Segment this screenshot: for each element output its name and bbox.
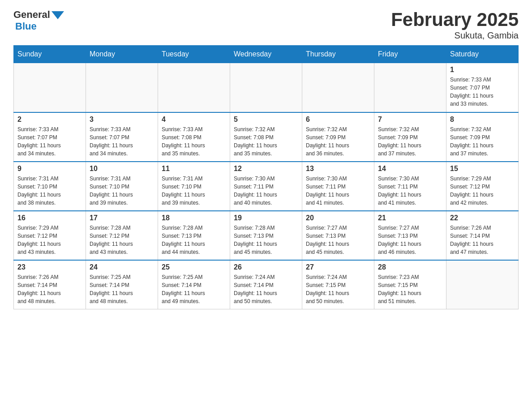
day-number: 20 xyxy=(306,214,370,222)
weekday-header-friday: Friday xyxy=(374,46,446,63)
day-number: 2 xyxy=(17,116,82,124)
title-block: February 2025 Sukuta, Gambia xyxy=(391,9,519,41)
day-number: 24 xyxy=(90,263,154,271)
day-number: 17 xyxy=(90,214,154,222)
day-info: Sunrise: 7:28 AM Sunset: 7:13 PM Dayligh… xyxy=(234,224,298,256)
calendar-cell: 22Sunrise: 7:26 AM Sunset: 7:14 PM Dayli… xyxy=(446,211,519,260)
weekday-header-wednesday: Wednesday xyxy=(230,46,302,63)
calendar-cell: 10Sunrise: 7:31 AM Sunset: 7:10 PM Dayli… xyxy=(86,162,158,211)
calendar-table: SundayMondayTuesdayWednesdayThursdayFrid… xyxy=(13,45,519,309)
day-number: 9 xyxy=(17,165,82,173)
logo-triangle-icon xyxy=(51,11,64,19)
calendar-cell: 19Sunrise: 7:28 AM Sunset: 7:13 PM Dayli… xyxy=(230,211,302,260)
calendar-cell: 18Sunrise: 7:28 AM Sunset: 7:13 PM Dayli… xyxy=(158,211,230,260)
day-number: 21 xyxy=(378,214,442,222)
calendar-cell: 28Sunrise: 7:23 AM Sunset: 7:15 PM Dayli… xyxy=(374,260,446,309)
day-info: Sunrise: 7:31 AM Sunset: 7:10 PM Dayligh… xyxy=(162,175,226,207)
day-info: Sunrise: 7:31 AM Sunset: 7:10 PM Dayligh… xyxy=(17,175,82,207)
location-text: Sukuta, Gambia xyxy=(391,30,519,41)
calendar-cell: 16Sunrise: 7:29 AM Sunset: 7:12 PM Dayli… xyxy=(14,211,86,260)
day-number: 5 xyxy=(234,116,298,124)
day-info: Sunrise: 7:27 AM Sunset: 7:13 PM Dayligh… xyxy=(306,224,370,256)
weekday-header-monday: Monday xyxy=(86,46,158,63)
day-info: Sunrise: 7:32 AM Sunset: 7:08 PM Dayligh… xyxy=(234,125,298,158)
calendar-cell: 17Sunrise: 7:28 AM Sunset: 7:12 PM Dayli… xyxy=(86,211,158,260)
calendar-cell: 1Sunrise: 7:33 AM Sunset: 7:07 PM Daylig… xyxy=(446,63,519,112)
weekday-header-tuesday: Tuesday xyxy=(158,46,230,63)
calendar-cell: 26Sunrise: 7:24 AM Sunset: 7:14 PM Dayli… xyxy=(230,260,302,309)
calendar-cell xyxy=(230,63,302,112)
day-number: 18 xyxy=(162,214,226,222)
day-number: 22 xyxy=(450,214,515,222)
calendar-cell: 2Sunrise: 7:33 AM Sunset: 7:07 PM Daylig… xyxy=(14,112,86,162)
calendar-cell: 14Sunrise: 7:30 AM Sunset: 7:11 PM Dayli… xyxy=(374,162,446,211)
day-info: Sunrise: 7:30 AM Sunset: 7:11 PM Dayligh… xyxy=(234,175,298,207)
month-title: February 2025 xyxy=(391,9,519,30)
day-number: 8 xyxy=(450,116,515,124)
day-info: Sunrise: 7:32 AM Sunset: 7:09 PM Dayligh… xyxy=(378,125,442,158)
day-number: 13 xyxy=(306,165,370,173)
day-info: Sunrise: 7:33 AM Sunset: 7:07 PM Dayligh… xyxy=(450,76,515,108)
calendar-cell: 7Sunrise: 7:32 AM Sunset: 7:09 PM Daylig… xyxy=(374,112,446,162)
day-info: Sunrise: 7:24 AM Sunset: 7:14 PM Dayligh… xyxy=(234,273,298,305)
calendar-cell xyxy=(302,63,374,112)
day-number: 23 xyxy=(17,263,82,271)
calendar-week-row: 23Sunrise: 7:26 AM Sunset: 7:14 PM Dayli… xyxy=(14,260,519,309)
day-info: Sunrise: 7:27 AM Sunset: 7:13 PM Dayligh… xyxy=(378,224,442,256)
calendar-cell: 5Sunrise: 7:32 AM Sunset: 7:08 PM Daylig… xyxy=(230,112,302,162)
calendar-cell: 8Sunrise: 7:32 AM Sunset: 7:09 PM Daylig… xyxy=(446,112,519,162)
day-info: Sunrise: 7:30 AM Sunset: 7:11 PM Dayligh… xyxy=(378,175,442,207)
weekday-header-thursday: Thursday xyxy=(302,46,374,63)
day-number: 12 xyxy=(234,165,298,173)
calendar-cell: 24Sunrise: 7:25 AM Sunset: 7:14 PM Dayli… xyxy=(86,260,158,309)
calendar-cell xyxy=(14,63,86,112)
calendar-cell: 21Sunrise: 7:27 AM Sunset: 7:13 PM Dayli… xyxy=(374,211,446,260)
day-number: 4 xyxy=(162,116,226,124)
day-info: Sunrise: 7:26 AM Sunset: 7:14 PM Dayligh… xyxy=(17,273,82,305)
calendar-cell: 4Sunrise: 7:33 AM Sunset: 7:08 PM Daylig… xyxy=(158,112,230,162)
calendar-week-row: 9Sunrise: 7:31 AM Sunset: 7:10 PM Daylig… xyxy=(14,162,519,211)
day-info: Sunrise: 7:31 AM Sunset: 7:10 PM Dayligh… xyxy=(90,175,154,207)
day-number: 26 xyxy=(234,263,298,271)
day-info: Sunrise: 7:33 AM Sunset: 7:07 PM Dayligh… xyxy=(90,125,154,158)
logo: General Blue xyxy=(13,9,64,32)
calendar-cell xyxy=(158,63,230,112)
day-info: Sunrise: 7:25 AM Sunset: 7:14 PM Dayligh… xyxy=(162,273,226,305)
day-number: 1 xyxy=(450,66,515,74)
day-number: 10 xyxy=(90,165,154,173)
day-info: Sunrise: 7:33 AM Sunset: 7:07 PM Dayligh… xyxy=(17,125,82,158)
calendar-cell: 11Sunrise: 7:31 AM Sunset: 7:10 PM Dayli… xyxy=(158,162,230,211)
weekday-header-saturday: Saturday xyxy=(446,46,519,63)
weekday-header-sunday: Sunday xyxy=(14,46,86,63)
calendar-cell xyxy=(374,63,446,112)
day-number: 16 xyxy=(17,214,82,222)
calendar-cell: 20Sunrise: 7:27 AM Sunset: 7:13 PM Dayli… xyxy=(302,211,374,260)
day-info: Sunrise: 7:26 AM Sunset: 7:14 PM Dayligh… xyxy=(450,224,515,256)
day-info: Sunrise: 7:25 AM Sunset: 7:14 PM Dayligh… xyxy=(90,273,154,305)
calendar-cell: 3Sunrise: 7:33 AM Sunset: 7:07 PM Daylig… xyxy=(86,112,158,162)
day-info: Sunrise: 7:23 AM Sunset: 7:15 PM Dayligh… xyxy=(378,273,442,305)
calendar-cell: 12Sunrise: 7:30 AM Sunset: 7:11 PM Dayli… xyxy=(230,162,302,211)
weekday-header-row: SundayMondayTuesdayWednesdayThursdayFrid… xyxy=(14,46,519,63)
calendar-cell: 25Sunrise: 7:25 AM Sunset: 7:14 PM Dayli… xyxy=(158,260,230,309)
calendar-week-row: 16Sunrise: 7:29 AM Sunset: 7:12 PM Dayli… xyxy=(14,211,519,260)
calendar-cell: 27Sunrise: 7:24 AM Sunset: 7:15 PM Dayli… xyxy=(302,260,374,309)
calendar-week-row: 2Sunrise: 7:33 AM Sunset: 7:07 PM Daylig… xyxy=(14,112,519,162)
calendar-cell: 6Sunrise: 7:32 AM Sunset: 7:09 PM Daylig… xyxy=(302,112,374,162)
calendar-cell xyxy=(86,63,158,112)
logo-general-text: General xyxy=(13,9,50,21)
day-number: 3 xyxy=(90,116,154,124)
calendar-week-row: 1Sunrise: 7:33 AM Sunset: 7:07 PM Daylig… xyxy=(14,63,519,112)
day-number: 6 xyxy=(306,116,370,124)
calendar-cell: 13Sunrise: 7:30 AM Sunset: 7:11 PM Dayli… xyxy=(302,162,374,211)
day-number: 25 xyxy=(162,263,226,271)
calendar-cell: 9Sunrise: 7:31 AM Sunset: 7:10 PM Daylig… xyxy=(14,162,86,211)
day-number: 11 xyxy=(162,165,226,173)
day-info: Sunrise: 7:33 AM Sunset: 7:08 PM Dayligh… xyxy=(162,125,226,158)
day-info: Sunrise: 7:29 AM Sunset: 7:12 PM Dayligh… xyxy=(450,175,515,207)
day-info: Sunrise: 7:29 AM Sunset: 7:12 PM Dayligh… xyxy=(17,224,82,256)
calendar-cell xyxy=(446,260,519,309)
logo-blue-text: Blue xyxy=(15,21,37,32)
day-info: Sunrise: 7:28 AM Sunset: 7:13 PM Dayligh… xyxy=(162,224,226,256)
day-number: 15 xyxy=(450,165,515,173)
